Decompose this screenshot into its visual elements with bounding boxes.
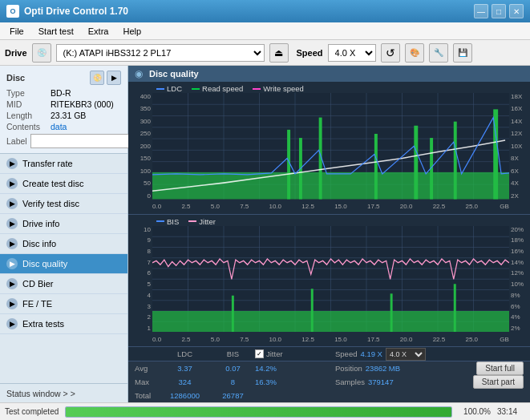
sidebar-item-disc-info[interactable]: ▶ Disc info (0, 234, 127, 254)
transfer-rate-icon: ▶ (6, 158, 18, 169)
stats-total-row: Total 1286000 26787 (128, 389, 530, 402)
close-button[interactable]: ✕ (509, 4, 524, 18)
app-window: O Opti Drive Control 1.70 — □ ✕ File Sta… (0, 0, 530, 420)
chart1-svg (152, 93, 509, 200)
drive-label: Drive (5, 48, 27, 58)
chart1-container: LDC Read speed Write speed 400 350 30 (128, 82, 530, 215)
sidebar-item-extra-tests[interactable]: ▶ Extra tests (0, 314, 127, 334)
speed-chart-select[interactable]: 4.0 X (386, 348, 426, 361)
disc-mid-row: MID RITEKBR3 (000) (6, 99, 121, 109)
window-controls: — □ ✕ (474, 4, 524, 18)
save-button[interactable]: 💾 (453, 43, 472, 63)
speed-select[interactable]: 4.0 X 8.0 X 2.0 X (328, 44, 376, 62)
progress-area: Test completed 100.0% 33:14 (0, 402, 530, 420)
position-label: Position (335, 364, 362, 373)
disc-icon-btn2[interactable]: ▶ (107, 71, 121, 85)
status-window-btn[interactable]: Status window > > (0, 383, 127, 402)
disc-length-value: 23.31 GB (51, 111, 86, 120)
disc-mid-value: RITEKBR3 (000) (51, 99, 114, 109)
sidebar-item-verify-test-disc[interactable]: ▶ Verify test disc (0, 194, 127, 214)
cd-bier-icon: ▶ (6, 278, 18, 289)
max-bis: 8 (211, 378, 255, 386)
menu-extra[interactable]: Extra (82, 25, 115, 38)
disc-label-row: Label ✎ (6, 134, 121, 148)
disc-length-label: Length (6, 111, 51, 120)
disc-icon-buttons: 📀 ▶ (90, 71, 121, 85)
ldc-legend-dot (156, 88, 164, 90)
chart-title: Disc quality (149, 69, 199, 79)
sidebar-item-create-test-disc[interactable]: ▶ Create test disc (0, 174, 127, 194)
menu-start-test[interactable]: Start test (32, 25, 80, 38)
sidebar-item-disc-quality[interactable]: ▶ Disc quality (0, 254, 127, 274)
max-jitter: 16.3% (255, 378, 335, 386)
maximize-button[interactable]: □ (492, 4, 506, 18)
stats-header-row: LDC BIS ✓ Jitter Speed 4.19 X 4.0 X (128, 347, 530, 361)
verify-test-disc-icon: ▶ (6, 198, 18, 209)
jitter-legend-dot (188, 220, 196, 222)
tools-button[interactable]: 🔧 (429, 43, 448, 63)
jitter-checkbox[interactable]: ✓ (255, 349, 264, 358)
progress-percent: 100.0% (459, 407, 491, 416)
status-text: Test completed (5, 407, 59, 416)
start-part-button[interactable]: Start part (473, 375, 524, 389)
chart2-container: BIS Jitter 10 9 8 7 6 5 4 3 (128, 215, 530, 348)
chart2-x-axis: 0.0 2.5 5.0 7.5 10.0 12.5 15.0 17.5 20.0… (152, 332, 509, 346)
sidebar-item-disc-quality-label: Disc quality (22, 259, 67, 269)
minimize-button[interactable]: — (474, 4, 488, 18)
refresh-button[interactable]: ↺ (381, 43, 400, 63)
disc-section-title: Disc (6, 73, 25, 83)
sidebar-item-fe-te[interactable]: ▶ FE / TE (0, 294, 127, 314)
app-title: Opti Drive Control 1.70 (24, 6, 128, 17)
sidebar-nav: ▶ Transfer rate ▶ Create test disc ▶ Ver… (0, 154, 127, 383)
chart-panel-header: ◉ Disc quality (128, 66, 530, 82)
start-full-button[interactable]: Start full (476, 361, 524, 375)
stats-col-ldc-header: LDC (159, 349, 211, 358)
bis-legend-dot (156, 220, 164, 222)
sidebar-item-cd-bier[interactable]: ▶ CD Bier (0, 274, 127, 294)
avg-bis: 0.07 (211, 364, 255, 373)
read-legend-dot (192, 88, 200, 90)
menu-file[interactable]: File (3, 25, 30, 38)
right-panel: ◉ Disc quality LDC Read speed (128, 66, 530, 402)
max-ldc: 324 (159, 378, 211, 386)
eject-button[interactable]: ⏏ (269, 43, 289, 63)
create-test-disc-icon: ▶ (6, 178, 18, 189)
sidebar-item-transfer-rate[interactable]: ▶ Transfer rate (0, 154, 127, 174)
chart2-y-axis-right: 20% 18% 16% 14% 12% 10% 8% 6% 4% 2% (509, 226, 530, 333)
disc-mid-label: MID (6, 99, 51, 109)
svg-rect-47 (232, 295, 234, 332)
total-ldc: 1286000 (159, 391, 211, 400)
legend-read: Read speed (192, 84, 243, 93)
jitter-label: Jitter (199, 217, 216, 226)
drive-bar: Drive 💿 (K:) ATAPI iHBS312 2 PL17 ⏏ Spee… (0, 40, 530, 66)
drive-select[interactable]: (K:) ATAPI iHBS312 2 PL17 (56, 44, 265, 62)
stats-col-jitter-header: Jitter (266, 349, 283, 358)
svg-rect-22 (374, 134, 378, 200)
disc-label-input[interactable] (30, 134, 139, 148)
progress-time: 33:14 (497, 407, 525, 416)
sidebar-item-fe-te-label: FE / TE (22, 299, 52, 309)
drive-icon: 💿 (32, 43, 51, 63)
title-bar-left: O Opti Drive Control 1.70 (6, 5, 128, 18)
disc-icon-btn1[interactable]: 📀 (90, 71, 104, 85)
sidebar-item-drive-info[interactable]: ▶ Drive info (0, 214, 127, 234)
app-icon: O (6, 5, 19, 18)
speed-label: Speed (297, 48, 323, 58)
settings-button[interactable]: 🎨 (405, 43, 424, 63)
current-speed-value: 4.19 X (360, 349, 382, 358)
stats-avg-row: Avg 3.37 0.07 14.2% Position 23862 MB St… (128, 361, 530, 375)
avg-ldc: 3.37 (159, 364, 211, 373)
sidebar: Disc 📀 ▶ Type BD-R MID RITEKBR3 (000) Le… (0, 66, 128, 402)
sidebar-item-extra-tests-label: Extra tests (22, 319, 64, 329)
legend-ldc: LDC (156, 84, 182, 93)
sidebar-item-transfer-rate-label: Transfer rate (22, 159, 73, 168)
disc-label-key: Label (6, 136, 27, 146)
stats-max-row: Max 324 8 16.3% Samples 379147 Start par… (128, 375, 530, 389)
menu-help[interactable]: Help (116, 25, 148, 38)
sidebar-item-disc-info-label: Disc info (22, 239, 56, 248)
progress-bar-fill (66, 407, 451, 417)
svg-rect-48 (311, 289, 314, 332)
sidebar-item-verify-test-disc-label: Verify test disc (22, 199, 79, 208)
chart1-y-axis-left: 400 350 300 250 200 150 100 50 0 (128, 93, 152, 200)
disc-contents-row: Contents data (6, 122, 121, 131)
